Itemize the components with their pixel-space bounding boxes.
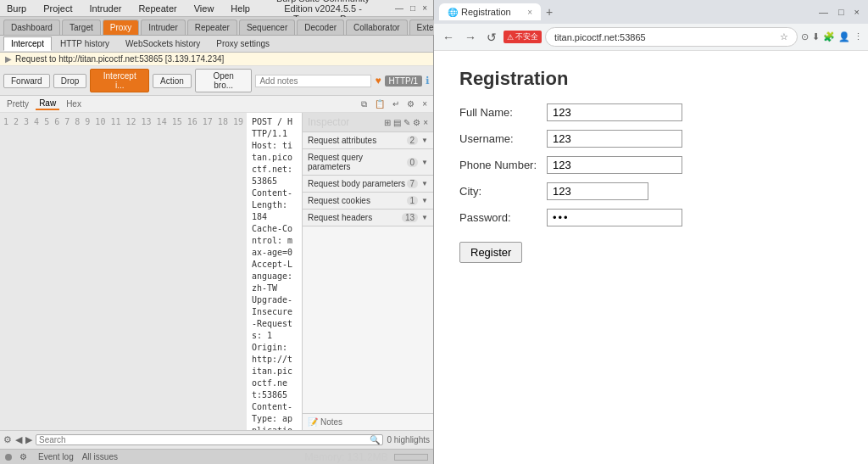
inspector-section-label-2: Request body parameters (308, 179, 405, 188)
notes-tab-icon: 📝 (308, 417, 318, 427)
all-issues-link[interactable]: All issues (82, 452, 118, 461)
request-url-text: Request to http://titan.picoctf.net:5386… (15, 54, 224, 64)
intercept-button[interactable]: Intercept i... (90, 69, 149, 92)
line-numbers: 1 2 3 4 5 6 7 8 9 10 11 12 13 14 15 16 1… (0, 113, 247, 430)
username-group: Username: (459, 130, 843, 148)
browser-tab-registration[interactable]: 🌐 Registration × (439, 3, 541, 20)
nav-back-button[interactable]: ← (439, 29, 458, 46)
register-button[interactable]: Register (459, 242, 522, 263)
tab-target[interactable]: Target (62, 20, 101, 35)
inspector-section-4[interactable]: Request headers 13 ▼ (303, 210, 433, 226)
download-icon[interactable]: ⬇ (812, 31, 820, 42)
wordwrap-icon[interactable]: ↵ (390, 98, 402, 110)
bookmark-icon[interactable]: ☆ (780, 31, 788, 42)
subtab-intercept[interactable]: Intercept (3, 36, 52, 51)
password-input[interactable] (547, 209, 682, 226)
forward-button[interactable]: Forward (3, 74, 50, 88)
browser-navbar: ← → ↺ ⚠ 不安全 titan.picoctf.net:53865 ☆ ⊙ … (434, 24, 868, 51)
burp-window-controls: — □ × (392, 3, 430, 13)
burp-maximize-btn[interactable]: □ (408, 3, 418, 13)
inspector-section-0[interactable]: Request attributes 2 ▼ (303, 132, 433, 149)
notes-tab[interactable]: 📝 Notes (303, 413, 433, 430)
burp-menu-project[interactable]: Project (40, 2, 75, 15)
subtab-websockets-history[interactable]: WebSockets history (118, 36, 208, 51)
browser-tabs: 🌐 Registration × + (439, 3, 556, 20)
inspector-title-text: Inspector (308, 116, 349, 128)
burp-menu-burp[interactable]: Burp (3, 2, 30, 15)
browser-minimize-btn[interactable]: — (815, 7, 832, 17)
close2-icon[interactable]: × (420, 98, 430, 110)
burp-menu-view[interactable]: View (191, 2, 218, 15)
inspector-section-count-1: 0 (407, 158, 419, 167)
proxy-subtabs: Intercept HTTP history WebSockets histor… (0, 36, 433, 53)
nav-forward-button[interactable]: → (461, 29, 480, 46)
tab-dashboard[interactable]: Dashboard (3, 20, 60, 35)
burp-menu-help[interactable]: Help (227, 2, 253, 15)
back-search-icon[interactable]: ◀ (15, 434, 22, 445)
inspector-section-count-0: 2 (407, 136, 419, 145)
notes-input[interactable] (255, 75, 371, 87)
new-tab-button[interactable]: + (542, 5, 556, 19)
event-log-link[interactable]: Event log (38, 452, 74, 461)
registration-title: Registration (459, 68, 843, 90)
format-pretty[interactable]: Pretty (3, 98, 32, 109)
search-bar: ⚙ ◀ ▶ 🔍 0 highlights (0, 430, 433, 449)
inspector-chevron-0: ▼ (421, 137, 428, 144)
inspector-chevron-4: ▼ (421, 214, 428, 221)
tab-proxy[interactable]: Proxy (103, 20, 140, 35)
phone-input[interactable] (547, 156, 682, 174)
city-input[interactable] (547, 182, 648, 200)
history-icon[interactable]: ⊙ (801, 31, 809, 42)
action-button[interactable]: Action (153, 74, 192, 88)
search-input[interactable] (39, 435, 370, 444)
open-browser-button[interactable]: Open bro... (195, 69, 253, 92)
address-bar[interactable]: titan.picoctf.net:53865 ☆ (545, 27, 798, 47)
username-input[interactable] (547, 130, 682, 148)
tab-sequencer[interactable]: Sequencer (239, 20, 295, 35)
forward-search-icon[interactable]: ▶ (25, 434, 32, 445)
format-raw[interactable]: Raw (36, 98, 59, 110)
format-hex[interactable]: Hex (63, 98, 85, 109)
inspector-section-1[interactable]: Request query parameters 0 ▼ (303, 149, 433, 176)
browser-close-btn[interactable]: × (851, 7, 863, 17)
phone-label: Phone Number: (459, 159, 540, 171)
city-group: City: (459, 182, 843, 200)
burp-menu-repeater[interactable]: Repeater (135, 2, 180, 15)
tab-decoder[interactable]: Decoder (297, 20, 344, 35)
burp-close-btn[interactable]: × (420, 3, 430, 13)
browser-maximize-btn[interactable]: □ (835, 7, 848, 17)
tab-repeater[interactable]: Repeater (187, 20, 237, 35)
request-body[interactable]: POST / HTTP/1.1 Host: titan.picoctf.net:… (247, 113, 302, 430)
settings3-icon[interactable]: ⚙ (3, 434, 12, 445)
full-name-input[interactable] (547, 103, 682, 121)
action-bar: Forward Drop Intercept i... Action Open … (0, 66, 433, 96)
inspector-settings-icon[interactable]: ⚙ (413, 118, 420, 127)
copy-icon[interactable]: ⧉ (359, 98, 370, 110)
full-name-group: Full Name: (459, 103, 843, 121)
subtab-proxy-settings[interactable]: Proxy settings (209, 36, 277, 51)
settings2-icon[interactable]: ⚙ (404, 98, 417, 110)
status-bar: ⚙ Event log All issues Memory: 131.2MB (0, 449, 433, 464)
drop-button[interactable]: Drop (53, 74, 87, 88)
browser-menu-icon[interactable]: ⋮ (854, 31, 863, 42)
burp-minimize-btn[interactable]: — (392, 3, 406, 13)
info-icon[interactable]: ℹ (426, 75, 430, 87)
security-icon: ⚠ (507, 33, 514, 42)
inspector-close-icon[interactable]: × (423, 118, 428, 127)
burp-menu-intruder[interactable]: Intruder (86, 2, 125, 15)
profile-icon[interactable]: 👤 (838, 31, 850, 42)
tab-intruder[interactable]: Intruder (141, 20, 185, 35)
inspector-edit-icon[interactable]: ✎ (403, 118, 410, 127)
tab-collaborator[interactable]: Collaborator (346, 20, 407, 35)
inspector-sections: Request attributes 2 ▼ Request query par… (303, 132, 433, 226)
inspector-view-icon[interactable]: ⊞ (384, 118, 391, 127)
inspector-filter-icon[interactable]: ▤ (393, 118, 401, 127)
extension-icon[interactable]: 🧩 (823, 31, 835, 42)
inspector-section-3[interactable]: Request cookies 1 ▼ (303, 193, 433, 210)
inspector-section-label-0: Request attributes (308, 136, 376, 145)
browser-tab-close-btn[interactable]: × (527, 8, 532, 17)
inspector-section-2[interactable]: Request body parameters 7 ▼ (303, 176, 433, 193)
paste-icon[interactable]: 📋 (372, 98, 387, 110)
subtab-http-history[interactable]: HTTP history (53, 36, 117, 51)
nav-reload-button[interactable]: ↺ (483, 29, 500, 46)
